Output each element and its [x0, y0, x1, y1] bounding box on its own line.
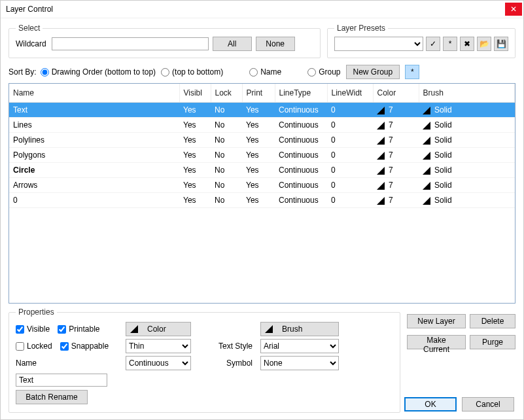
cancel-button[interactable]: Cancel [462, 397, 514, 411]
properties-panel: Properties Visible Printable Color [9, 307, 400, 413]
layer-name-input[interactable] [16, 374, 107, 387]
make-current-button[interactable]: Make Current [407, 335, 466, 349]
symbol-label: Symbol [203, 359, 255, 368]
text-style-combo[interactable]: Arial [260, 339, 339, 353]
column-header-linetype[interactable]: LineType [275, 84, 327, 103]
text-style-label: Text Style [203, 341, 255, 351]
table-row[interactable]: TextYesNoYesContinuous07Solid [9, 103, 515, 118]
check-locked[interactable]: Locked [16, 341, 52, 351]
check-locked-input[interactable] [16, 342, 24, 351]
select-legend: Select [16, 24, 43, 33]
color-swatch-icon [377, 167, 385, 175]
wildcard-label: Wildcard [16, 39, 46, 48]
column-header-brush[interactable]: Brush [419, 84, 515, 103]
brush-button[interactable]: Brush [260, 322, 339, 336]
sort-by-label: Sort By: [9, 67, 37, 77]
check-printable[interactable]: Printable [58, 324, 99, 334]
color-swatch-icon [377, 122, 385, 130]
check-visible[interactable]: Visible [16, 324, 50, 334]
name-label: Name [16, 359, 120, 368]
column-header-linewidth[interactable]: LineWidt [327, 84, 373, 103]
sort-radio-name[interactable]: Name [249, 67, 281, 77]
new-layer-button[interactable]: New Layer [407, 314, 466, 328]
brush-swatch-icon [423, 107, 430, 114]
sort-extra-toggle[interactable]: * [405, 65, 419, 79]
color-swatch-icon [377, 152, 385, 160]
layer-control-dialog: Layer Control ✕ Select Wildcard All None… [0, 0, 524, 420]
table-row[interactable]: CircleYesNoYesContinuous07Solid [9, 163, 515, 178]
column-header-color[interactable]: Color [373, 84, 419, 103]
wildcard-input[interactable] [52, 37, 209, 50]
dialog-footer: OK Cancel [404, 397, 514, 411]
select-none-button[interactable]: None [256, 37, 295, 51]
side-buttons: New Layer Delete Make Current Purge [407, 314, 515, 352]
brush-swatch-icon [423, 137, 430, 145]
select-all-button[interactable]: All [213, 37, 252, 51]
layers-table-container: Name Visibl Lock Print LineType LineWidt… [9, 83, 515, 304]
close-icon: ✕ [510, 5, 517, 13]
color-button[interactable]: Color [126, 322, 191, 336]
column-header-lock[interactable]: Lock [211, 84, 242, 103]
brush-swatch-icon [423, 152, 430, 160]
table-row[interactable]: ArrowsYesNoYesContinuous07Solid [9, 178, 515, 193]
presets-legend: Layer Presets [334, 24, 388, 33]
sort-radio-ttb[interactable]: (top to bottom) [161, 67, 223, 77]
lineweight-combo[interactable]: Thin [126, 339, 191, 353]
column-header-print[interactable]: Print [242, 84, 275, 103]
check-visible-input[interactable] [16, 325, 24, 334]
asterisk-icon: * [411, 68, 414, 76]
properties-legend: Properties [16, 307, 57, 317]
table-row[interactable]: LinesYesNoYesContinuous07Solid [9, 118, 515, 133]
preset-save-button[interactable]: 💾 [494, 37, 508, 51]
brush-swatch-icon [423, 182, 430, 190]
ok-button[interactable]: OK [404, 397, 457, 411]
table-row[interactable]: PolylinesYesNoYesContinuous07Solid [9, 133, 515, 148]
preset-apply-button[interactable]: ✓ [426, 37, 440, 51]
color-swatch-icon [377, 182, 385, 190]
sort-row: Sort By: Drawing Order (bottom to top) (… [9, 65, 515, 79]
window-title: Layer Control [6, 5, 505, 14]
presets-combo[interactable] [334, 37, 423, 51]
layer-presets-panel: Layer Presets ✓ * ✖ 📂 💾 [327, 24, 515, 58]
table-row[interactable]: 0YesNoYesContinuous07Solid [9, 193, 515, 208]
folder-open-icon: 📂 [480, 40, 489, 48]
brush-swatch-icon [423, 167, 430, 175]
window-close-button[interactable]: ✕ [505, 3, 522, 16]
select-panel: Select Wildcard All None [9, 24, 321, 58]
color-swatch-icon [130, 325, 138, 333]
sort-radio-drawing-order-btt[interactable]: Drawing Order (bottom to top) [41, 67, 156, 77]
brush-swatch-icon [423, 122, 430, 130]
sort-radio-group[interactable]: Group [307, 67, 340, 77]
new-group-button[interactable]: New Group [346, 65, 400, 79]
check-snappable-input[interactable] [60, 342, 69, 351]
asterisk-icon: * [449, 40, 452, 48]
check-icon: ✓ [430, 40, 436, 48]
batch-rename-button[interactable]: Batch Rename [16, 390, 88, 404]
titlebar: Layer Control ✕ [1, 1, 523, 18]
delete-layer-button[interactable]: Delete [470, 314, 515, 328]
symbol-combo[interactable]: None [260, 356, 339, 370]
preset-open-button[interactable]: 📂 [477, 37, 491, 51]
color-swatch-icon [377, 137, 385, 145]
layers-table[interactable]: Name Visibl Lock Print LineType LineWidt… [9, 84, 515, 208]
save-icon: 💾 [497, 40, 506, 48]
table-row[interactable]: PolygonsYesNoYesContinuous07Solid [9, 148, 515, 163]
brush-swatch-icon [265, 325, 273, 333]
purge-button[interactable]: Purge [470, 335, 515, 349]
preset-delete-button[interactable]: ✖ [460, 37, 474, 51]
color-swatch-icon [377, 197, 385, 205]
preset-new-button[interactable]: * [443, 37, 457, 51]
check-snappable[interactable]: Snappable [60, 341, 109, 351]
column-header-visible[interactable]: Visibl [179, 84, 211, 103]
check-printable-input[interactable] [58, 325, 66, 334]
table-header-row[interactable]: Name Visibl Lock Print LineType LineWidt… [9, 84, 515, 103]
delete-icon: ✖ [464, 40, 470, 48]
brush-swatch-icon [423, 197, 430, 205]
column-header-name[interactable]: Name [9, 84, 179, 103]
color-swatch-icon [377, 107, 385, 114]
linetype-combo[interactable]: Continuous [126, 356, 191, 370]
